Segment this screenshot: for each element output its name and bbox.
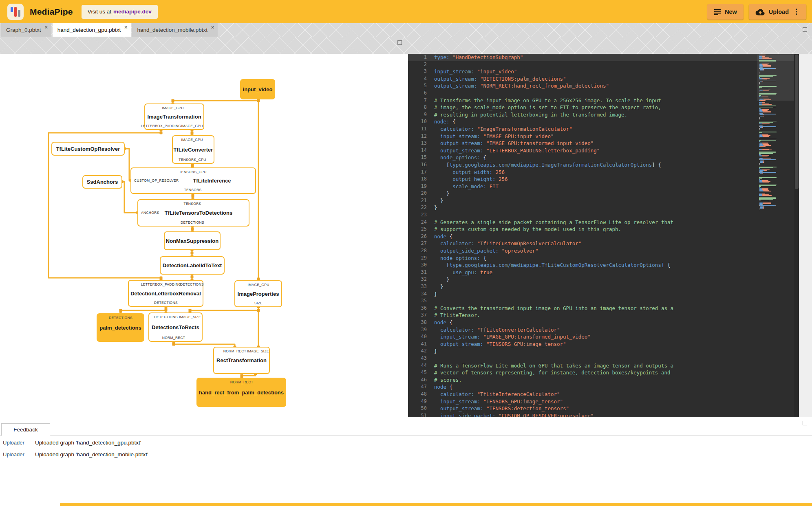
line-number: 21: [408, 197, 427, 205]
graph-node-ImageProperties[interactable]: IMAGE_GPUSIZEImageProperties: [235, 281, 282, 307]
code-line[interactable]: 50 output_stream: "TENSORS:detection_ten…: [408, 405, 799, 412]
code-line[interactable]: 1type: "HandDetectionSubgraph": [408, 54, 799, 61]
graph-node-TfLiteInference[interactable]: TENSORS_GPUTENSORSCUSTOM_OP_RESOLVERTfLi…: [131, 168, 256, 194]
graph-node-ImageTransformation[interactable]: IMAGE_GPULETTERBOX_PADDINGIMAGE_GPUImage…: [141, 104, 204, 130]
code-line[interactable]: 4output_stream: "DETECTIONS:palm_detecti…: [408, 75, 799, 83]
feedback-expand-icon[interactable]: [803, 421, 807, 425]
editor-expand-icon[interactable]: [803, 27, 807, 32]
code-line[interactable]: 13 output_stream: "IMAGE_GPU:transformed…: [408, 140, 799, 147]
code-line[interactable]: 23: [408, 211, 799, 219]
code-line[interactable]: 48 calculator: "TfLiteInferenceCalculato…: [408, 391, 799, 398]
editor-scrollbar[interactable]: [794, 54, 799, 417]
graph-node-palm_detections[interactable]: DETECTIONSpalm_detections: [97, 314, 144, 341]
code-line[interactable]: 35: [408, 297, 799, 305]
graph-node-hand_rect_from_palm_detections[interactable]: NORM_RECThand_rect_from_palm_detections: [197, 378, 286, 407]
code-line[interactable]: 28 output_side_packet: "opresolver": [408, 247, 799, 255]
graph-node-RectTransformation[interactable]: NORM_RECTIMAGE_SIZERectTransformation: [214, 347, 269, 374]
file-tab-2[interactable]: hand_detection_mobile.pbtxt✕: [132, 23, 218, 37]
code-line[interactable]: 51 input_side_packet: "CUSTOM_OP_RESOLVE…: [408, 412, 799, 417]
port-label: TENSORS: [184, 188, 201, 192]
code-line[interactable]: 19 scale_mode: FIT: [408, 183, 799, 190]
code-line[interactable]: 21 }: [408, 197, 799, 205]
file-tab-label: hand_detection_mobile.pbtxt: [137, 27, 207, 33]
graph-node-DetectionsToRects[interactable]: DETECTIONSIMAGE_SIZENORM_RECTDetectionsT…: [149, 313, 202, 341]
minimap-viewport[interactable]: [757, 55, 794, 101]
code-line[interactable]: 39 calculator: "TfLiteConverterCalculato…: [408, 326, 799, 334]
editor-scrollbar-thumb[interactable]: [795, 55, 799, 189]
file-tab-1[interactable]: hand_detection_gpu.pbtxt✕: [53, 23, 131, 37]
graph-node-DetectionLabelIdToText[interactable]: DetectionLabelIdToText: [160, 257, 224, 274]
code-line[interactable]: 5output_stream: "NORM_RECT:hand_rect_fro…: [408, 82, 799, 90]
code-line[interactable]: 17 output_width: 256: [408, 169, 799, 176]
code-line[interactable]: 40 input_stream: "IMAGE_GPU:transformed_…: [408, 333, 799, 341]
code-line[interactable]: 42}: [408, 348, 799, 355]
code-line[interactable]: 11 calculator: "ImageTransformationCalcu…: [408, 125, 799, 133]
code-line[interactable]: 36# Converts the transformed input image…: [408, 305, 799, 312]
code-line[interactable]: 22}: [408, 204, 799, 211]
code-line[interactable]: 7# Transforms the input image on GPU to …: [408, 97, 799, 104]
code-line[interactable]: 25# supports custom ops needed by the mo…: [408, 226, 799, 233]
code-editor[interactable]: 1type: "HandDetectionSubgraph"23input_st…: [408, 54, 799, 417]
code-line[interactable]: 9# resulting in potential letterboxing i…: [408, 111, 799, 119]
code-line[interactable]: 10node: {: [408, 118, 799, 125]
close-icon[interactable]: ✕: [124, 25, 128, 30]
code-line[interactable]: 49 input_stream: "TENSORS_GPU:image_tens…: [408, 398, 799, 405]
graph-node-TfLiteTensorsToDetections[interactable]: TENSORSDETECTIONSANCHORSTfLiteTensorsToD…: [138, 200, 249, 226]
code-line[interactable]: 20 }: [408, 190, 799, 197]
code-line[interactable]: 41 output_stream: "TENSORS_GPU:image_ten…: [408, 341, 799, 348]
graph-node-TfLiteConverter[interactable]: IMAGE_GPUTENSORS_GPUTfLiteConverter: [172, 136, 214, 163]
graph-node-input_video[interactable]: input_video: [241, 79, 275, 99]
graph-node-NonMaxSuppression[interactable]: NonMaxSuppression: [164, 232, 220, 250]
minimap-line: [760, 134, 760, 134]
code-line[interactable]: 18 output_height: 256: [408, 176, 799, 183]
code-line[interactable]: 30 [type.googleapis.com/mediapipe.TfLite…: [408, 262, 799, 269]
minimap-line: [759, 125, 763, 125]
line-number: 42: [408, 348, 427, 355]
code-line[interactable]: 31 use_gpu: true: [408, 269, 799, 276]
line-number: 26: [408, 233, 427, 240]
code-line[interactable]: 8# image, the scale_mode option is set t…: [408, 104, 799, 111]
new-button[interactable]: New: [707, 4, 744, 20]
graph-node-DetectionLetterboxRemoval[interactable]: LETTERBOX_PADDINGDETECTIONSDETECTIONSDet…: [128, 280, 204, 306]
upload-button[interactable]: Upload ⋮: [749, 4, 806, 20]
graph-canvas[interactable]: input_videoIMAGE_GPULETTERBOX_PADDINGIMA…: [0, 54, 408, 417]
code-line[interactable]: 29 node_options: {: [408, 255, 799, 262]
code-line[interactable]: 6: [408, 90, 799, 97]
port-label: DETECTIONS: [154, 315, 178, 319]
port-marker: [191, 228, 194, 231]
code-line[interactable]: 45# vector of tensors representing, for …: [408, 369, 799, 376]
code-line[interactable]: 32 }: [408, 276, 799, 283]
minimap-line: [759, 108, 773, 108]
graph-expand-icon[interactable]: [397, 40, 402, 45]
code-line[interactable]: 26node {: [408, 233, 799, 240]
tab-feedback[interactable]: Feedback: [1, 423, 50, 436]
code-line[interactable]: 47node {: [408, 383, 799, 391]
code-line[interactable]: 15 node_options: {: [408, 154, 799, 161]
upload-menu-dots-icon[interactable]: ⋮: [793, 8, 800, 15]
code-line[interactable]: 38node {: [408, 319, 799, 326]
line-text: node_options: {: [434, 255, 486, 262]
minimap[interactable]: [759, 55, 793, 416]
code-line[interactable]: 34}: [408, 290, 799, 298]
line-text: # Generates a single side packet contain…: [434, 219, 673, 226]
code-line[interactable]: 24# Generates a single side packet conta…: [408, 219, 799, 226]
graph-node-TfLiteCustomOpResolver[interactable]: TfLiteCustomOpResolver: [52, 142, 124, 155]
code-line[interactable]: 16 [type.googleapis.com/mediapipe.ImageT…: [408, 161, 799, 169]
code-line[interactable]: 2: [408, 61, 799, 68]
minimap-line: [763, 116, 764, 117]
code-line[interactable]: 43: [408, 355, 799, 362]
code-line[interactable]: 44# Runs a TensorFlow Lite model on GPU …: [408, 362, 799, 370]
code-line[interactable]: 33 }: [408, 283, 799, 290]
close-icon[interactable]: ✕: [211, 25, 214, 30]
code-line[interactable]: 3input_stream: "input_video": [408, 68, 799, 75]
code-line[interactable]: 14 output_stream: "LETTERBOX_PADDING:let…: [408, 147, 799, 154]
file-tab-0[interactable]: Graph_0.pbtxt✕: [1, 23, 51, 37]
graph-node-SsdAnchors[interactable]: SsdAnchors: [83, 176, 122, 188]
code-line[interactable]: 27 calculator: "TfLiteCustomOpResolverCa…: [408, 240, 799, 247]
close-icon[interactable]: ✕: [44, 25, 48, 30]
line-number: 13: [408, 140, 427, 147]
code-line[interactable]: 46# scores.: [408, 376, 799, 384]
code-line[interactable]: 37# TfLiteTensor.: [408, 312, 799, 319]
mediapipe-dev-link[interactable]: mediapipe.dev: [113, 9, 152, 15]
code-line[interactable]: 12 input_stream: "IMAGE_GPU:input_video": [408, 133, 799, 140]
